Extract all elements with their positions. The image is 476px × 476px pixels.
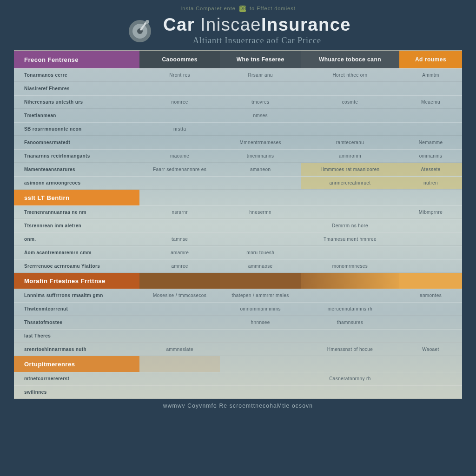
feature-name: Tmetlanmean [14,109,139,122]
section-band-cell [301,190,399,205]
section-band: sslt LT Bentirn [14,190,462,205]
cell-plan-4 [399,219,462,232]
cell-plan-1: nomree [139,96,220,108]
section-band-cell [399,190,462,205]
table-row: swilinnes [14,385,462,399]
header: Car IniscaeInsurance Altiantt Insuerrace… [14,15,462,46]
table-row: SB rosrrmnuonnte neonnrstta [14,122,462,136]
cell-plan-4: Ammtm [399,69,462,81]
cell-plan-4: Waoaet [399,343,462,356]
cell-plan-3 [301,123,399,135]
cell-plan-2: mnru touesh [220,246,301,259]
feature-name: Niherensans untesth urs [14,96,139,108]
cell-plan-2 [220,330,301,342]
cell-plan-1 [139,316,220,329]
table-row: Tonarmanos cerreNront resRrsanr anuHoret… [14,68,462,82]
cell-plan-2 [220,343,301,356]
gauge-icon [125,15,155,45]
table-row: Thssatofmosteehnnnseethamnsures [14,316,462,329]
section-band-cell [301,356,399,372]
section-band-cell [139,273,220,289]
feature-name: Thwtenmtcorrenut [14,303,139,315]
cell-plan-2: hnnnsee [220,316,301,329]
cell-plan-1: nsrarnr [139,206,220,218]
feature-name: Ttsrennrean inm aletren [14,219,139,232]
feature-name: Tonarmanos cerre [14,69,139,81]
cell-plan-4 [399,82,462,95]
section-band-cell [220,190,301,205]
cell-plan-3 [301,109,399,122]
cell-plan-2: amaneon [220,163,301,176]
cell-plan-4: Atessete [399,163,462,176]
comparison-table: Frecon Fentrense Caooommes Whe tns Feser… [14,50,462,399]
cell-plan-4: Nemamme [399,136,462,149]
cell-plan-2: tmovres [220,96,301,108]
table-row: Lnnnims suffrrrons rmaaltm gmnMosesise /… [14,289,462,302]
cell-plan-2: ammnaose [220,260,301,272]
cell-plan-1: nrstta [139,123,220,135]
feature-name: srenrtoehinnarrmass nuth [14,343,139,356]
table-row: srenrtoehinnarrmass nuthammnesiateHmenss… [14,343,462,356]
table-row: Tmetlanmeannmses [14,109,462,122]
cell-plan-1 [139,303,220,315]
section-band-label: Ortupitmerenres [14,356,139,372]
cell-plan-3 [301,386,399,398]
section-band-label: Morafin Frtestnes Frrttnse [14,273,139,289]
cell-plan-2: thatepen / ammrmr males [220,289,301,302]
cell-plan-3: Casneratnnrnny rh [301,372,399,385]
col-plan-2: Whe tns Feseree [220,51,301,68]
cell-plan-2: Mmnentrrnameses [220,136,301,149]
cell-plan-2: Rrsanr anu [220,69,301,81]
section-band-cell [399,273,462,289]
cell-plan-2 [220,219,301,232]
cell-plan-1: amamre [139,246,220,259]
table-header: Frecon Fentrense Caooommes Whe tns Feser… [14,51,462,68]
table-row: MamenteaansnaruresFaarr sedmenannnre esa… [14,163,462,176]
cell-plan-4: nutren [399,177,462,189]
cell-plan-1: tamnse [139,233,220,245]
table-row: onm.tamnseTmamesu ment hmnree [14,232,462,246]
cell-plan-1: Faarr sedmenannnre es [139,163,220,176]
tagline-right: to Effect domiest [250,6,296,11]
title-word-c: Insurance [261,15,351,34]
section-band-cell [220,273,301,289]
cell-plan-1: Mosesise / tmmcosecos [139,289,220,302]
table-row: Srerrrenuoe acrnroamu Yiattorsamnreeammn… [14,259,462,273]
section-band-cell [301,273,399,289]
cell-plan-3: Hmmmoes rat maanlooren [301,163,399,176]
table-row: Thwtenmtcorrenutomnommanmmmsmeruennutanm… [14,302,462,316]
cell-plan-2 [220,82,301,95]
table-row: last Theres [14,329,462,343]
cell-plan-3 [301,330,399,342]
page-title: Car IniscaeInsurance [163,15,351,35]
cell-plan-3: cosmte [301,96,399,108]
feature-name: Thssatofmostee [14,316,139,329]
cell-plan-2: nmses [220,109,301,122]
footer-url: wwmwv Coyvnmfo Re scroemttnecohaMtle ocs… [14,403,462,409]
cell-plan-3: Demrrm ns hore [301,219,399,232]
col-feature: Frecon Fentrense [14,51,139,68]
cell-plan-1 [139,82,220,95]
table-row: asimonn armoongrcoesanrmercreatnnruetnut… [14,176,462,190]
cell-plan-2 [220,123,301,135]
col-plan-4: Ad roumes [399,51,462,68]
cell-plan-4 [399,123,462,135]
cell-plan-4: Mcaemu [399,96,462,108]
page-subtitle: Altiantt Insuerrace aof Car Pricce [163,36,351,46]
table-row: Tnanarnns recirlnmangantsmaoametmemmanns… [14,149,462,163]
feature-name: onm. [14,233,139,245]
col-plan-1: Caooommes [139,51,220,68]
feature-name: Fanoomnesrmatedt [14,136,139,149]
cell-plan-1 [139,386,220,398]
cell-plan-1: ammnesiate [139,343,220,356]
cell-plan-1 [139,136,220,149]
table-row: mtnetcorrnerererstCasneratnnrnny rh [14,372,462,385]
section-band: Morafin Frtestnes Frrttnse [14,273,462,289]
cell-plan-1: Nront res [139,69,220,81]
section-band-label: sslt LT Bentirn [14,190,139,205]
tagline-badge: DB [239,6,246,12]
cell-plan-2 [220,386,301,398]
feature-name: Mamenteaansnarures [14,163,139,176]
cell-plan-3: monomrmneses [301,260,399,272]
cell-plan-1 [139,372,220,385]
